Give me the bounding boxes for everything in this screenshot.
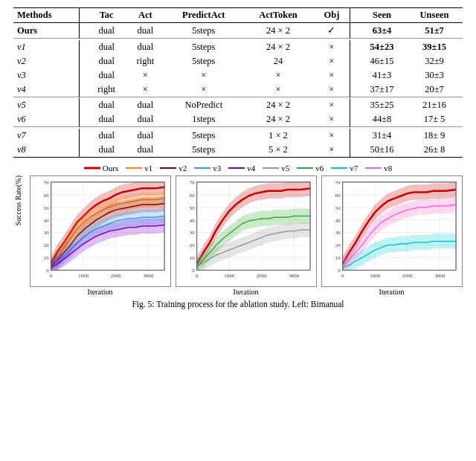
seen-v7: 31±4 xyxy=(358,129,406,143)
method-v8: v8 xyxy=(13,143,80,158)
seen-v2: 46±15 xyxy=(358,54,406,68)
predict-ours: 5steps xyxy=(164,23,242,39)
svg-text:70: 70 xyxy=(189,179,194,184)
svg-text:3000: 3000 xyxy=(434,273,445,278)
charts-row: 0102030405060700100020003000 Iteration 0… xyxy=(30,175,463,296)
svg-text:20: 20 xyxy=(335,242,340,248)
ablation-table: Methods Tac Act PredictAct ActToken Obj … xyxy=(13,7,463,158)
tac-v2: dual xyxy=(87,54,126,68)
table-row-v3: v3 dual × × × × 41±3 30±3 xyxy=(13,68,463,83)
table-row-v8: v8 dual dual 5steps 5 × 2 × 50±16 26± 8 xyxy=(13,143,463,158)
svg-text:60: 60 xyxy=(335,192,340,197)
act-v7: dual xyxy=(126,129,164,143)
chart-left-xlabel: Iteration xyxy=(30,288,171,296)
unseen-v4: 20±7 xyxy=(406,83,463,97)
y-axis-label: Success Rate(%) xyxy=(14,175,22,225)
predict-v6: 1steps xyxy=(164,112,242,127)
svg-text:50: 50 xyxy=(189,204,194,210)
chart-left: 0102030405060700100020003000 xyxy=(30,175,171,287)
svg-text:1000: 1000 xyxy=(224,273,234,278)
svg-text:2000: 2000 xyxy=(110,273,120,278)
col-methods: Methods xyxy=(13,8,80,23)
svg-text:0: 0 xyxy=(192,268,195,273)
svg-text:40: 40 xyxy=(335,217,340,222)
method-ours: Ours xyxy=(13,23,80,39)
svg-text:2000: 2000 xyxy=(402,273,412,278)
seen-ours: 63±4 xyxy=(358,23,406,39)
method-v7: v7 xyxy=(13,129,80,143)
token-v7: 1 × 2 xyxy=(242,129,314,143)
predict-v3: × xyxy=(164,68,242,83)
token-v1: 24 × 2 xyxy=(242,40,314,54)
svg-text:20: 20 xyxy=(43,242,48,248)
predict-v4: × xyxy=(164,83,242,97)
svg-text:30: 30 xyxy=(335,230,340,235)
svg-text:0: 0 xyxy=(195,273,198,278)
seen-v3: 41±3 xyxy=(358,68,406,83)
unseen-v3: 30±3 xyxy=(406,68,463,83)
svg-text:10: 10 xyxy=(335,255,340,260)
act-v4: × xyxy=(126,83,164,97)
method-v4: v4 xyxy=(13,83,80,97)
svg-text:50: 50 xyxy=(43,204,48,210)
svg-text:70: 70 xyxy=(335,179,340,184)
svg-text:1000: 1000 xyxy=(78,273,89,278)
predict-v8: 5steps xyxy=(164,143,242,158)
seen-v4: 37±17 xyxy=(358,83,406,97)
unseen-v2: 32±9 xyxy=(406,54,463,68)
legend-v4: v4 xyxy=(228,164,255,173)
svg-text:30: 30 xyxy=(189,230,194,235)
col-tac: Tac xyxy=(87,8,126,23)
obj-v8: × xyxy=(314,143,350,158)
seen-v8: 50±16 xyxy=(358,143,406,158)
obj-v4: × xyxy=(314,83,350,97)
method-v5: v5 xyxy=(13,98,80,112)
col-unseen: Unseen xyxy=(406,8,463,23)
chart-section: Oursv1v2v3v4v5v6v7v8 Success Rate(%) 010… xyxy=(13,164,463,296)
unseen-ours: 51±7 xyxy=(406,23,463,39)
legend-v6: v6 xyxy=(297,164,324,173)
svg-text:3000: 3000 xyxy=(289,273,299,278)
legend-v1: v1 xyxy=(126,164,152,173)
act-v2: right xyxy=(126,54,164,68)
col-sep1 xyxy=(80,8,88,23)
table-row-v7: v7 dual dual 5steps 1 × 2 × 31±4 18± 9 xyxy=(13,129,463,143)
tac-v1: dual xyxy=(87,40,126,54)
act-v6: dual xyxy=(126,112,164,127)
seen-v5: 35±25 xyxy=(358,98,406,112)
svg-text:10: 10 xyxy=(189,255,194,260)
obj-v7: × xyxy=(314,129,350,143)
col-sep2 xyxy=(350,8,358,23)
svg-text:1000: 1000 xyxy=(370,273,380,278)
col-act: Act xyxy=(126,8,164,23)
tac-v5: dual xyxy=(87,98,126,112)
seen-v1: 54±23 xyxy=(358,40,406,54)
svg-text:0: 0 xyxy=(46,268,49,273)
tac-v8: dual xyxy=(87,143,126,158)
col-acttoken: ActToken xyxy=(242,8,314,23)
legend-v2: v2 xyxy=(160,164,187,173)
act-v1: dual xyxy=(126,40,164,54)
obj-v1: × xyxy=(314,40,350,54)
col-predictact: PredictAct xyxy=(164,8,242,23)
svg-text:30: 30 xyxy=(43,230,48,235)
svg-text:40: 40 xyxy=(189,217,194,222)
act-ours: dual xyxy=(126,23,164,39)
svg-text:0: 0 xyxy=(341,273,344,278)
chart-mid-xlabel: Iteration xyxy=(176,288,317,296)
unseen-v6: 17± 5 xyxy=(406,112,463,127)
obj-v5: × xyxy=(314,98,350,112)
obj-ours: ✓ xyxy=(314,23,350,39)
table-row-v2: v2 dual right 5steps 24 × 46±15 32±9 xyxy=(13,54,463,68)
legend-v3: v3 xyxy=(194,164,221,173)
tac-ours: dual xyxy=(87,23,126,39)
token-v3: × xyxy=(242,68,314,83)
obj-v3: × xyxy=(314,68,350,83)
act-v8: dual xyxy=(126,143,164,158)
chart-mid: 0102030405060700100020003000 xyxy=(176,175,317,287)
unseen-v5: 21±16 xyxy=(406,98,463,112)
table-row-v1: v1 dual dual 5steps 24 × 2 × 54±23 39±15 xyxy=(13,40,463,54)
token-v4: × xyxy=(242,83,314,97)
col-obj: Obj xyxy=(314,8,350,23)
svg-text:0: 0 xyxy=(49,273,52,278)
